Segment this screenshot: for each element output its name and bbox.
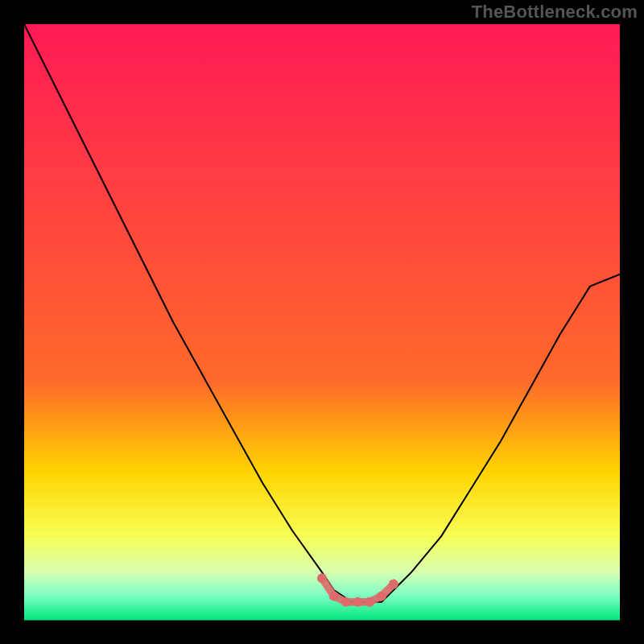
marker-dot [341,597,351,607]
gradient-band [24,382,620,472]
marker-dot [377,591,386,601]
chart-svg [0,0,644,644]
gradient-band [24,471,620,537]
marker-dot [329,591,339,601]
chart-container: TheBottleneck.com [0,0,644,644]
gradient-band [24,596,620,620]
marker-dot [389,580,398,589]
marker-dot [365,597,374,607]
gradient-band [24,536,620,572]
watermark-text: TheBottleneck.com [472,2,638,23]
marker-dot [353,597,362,607]
marker-dot [317,573,327,583]
